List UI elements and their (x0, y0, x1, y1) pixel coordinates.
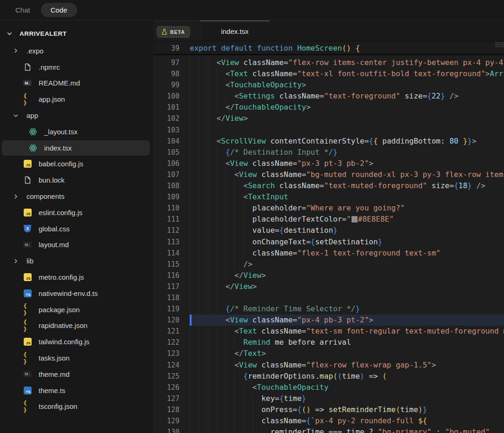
file-label: tailwind.config.js (39, 338, 89, 346)
file-label: .expo (27, 47, 44, 55)
sidebar-item-tasks-json[interactable]: { }tasks.json (0, 350, 153, 366)
code-text: <Text className="text-sm font-regular te… (153, 326, 504, 337)
token: { (306, 416, 311, 425)
sidebar-item-components[interactable]: components (0, 188, 153, 204)
token: placeholderTextColor (252, 215, 342, 223)
sidebar-item-readme-md[interactable]: M↓README.md (0, 75, 153, 92)
code-line-123[interactable]: 123 </Text> (153, 348, 504, 359)
token: = (306, 237, 311, 246)
code-line-109[interactable]: 109 <TextInput (153, 191, 504, 203)
chevron-down-icon (7, 31, 13, 37)
token: > (431, 361, 436, 369)
sticky-scope-line[interactable]: 39export default function HomeScreen() { (153, 41, 504, 55)
editor-tab-index-tsx[interactable]: index.tsx (200, 20, 270, 41)
code-text: <ScrollView contentContainerStyle={{ pad… (153, 136, 504, 147)
sidebar-item-bun-lock[interactable]: bun.lock (0, 172, 153, 188)
sidebar-item-package-json[interactable]: { }package.json (0, 302, 153, 318)
code-line-120[interactable]: 120 <View className="px-4 pb-3 pt-2"> (153, 315, 504, 326)
token: = (293, 249, 298, 257)
sidebar-item-theme-ts[interactable]: TStheme.ts (0, 382, 153, 399)
token: "px-3 pt-3 pb-2" (297, 159, 369, 168)
code-line-122[interactable]: 122 Remind me before arrival (153, 337, 504, 348)
javascript-icon: JS (23, 273, 32, 282)
code-line-130[interactable]: 130 reminderTime === time ? "bg-primary"… (153, 426, 504, 433)
token: ArriveAlert (490, 69, 504, 78)
code-line-125[interactable]: 125 {reminderOptions.map((time) => ( (153, 371, 504, 382)
code-line-124[interactable]: 124 <View className="flex-row flex-wrap … (153, 360, 504, 371)
tab-code[interactable]: Code (41, 3, 77, 17)
token: "flex-row items-center justify-between p… (288, 58, 504, 67)
sidebar-item-nativewind-env-d-ts[interactable]: TSnativewind-env.d.ts (0, 285, 153, 302)
code-line-102[interactable]: 102 </View> (153, 113, 504, 124)
sidebar-item-index-tsx[interactable]: index.tsx (0, 140, 153, 156)
code-text: onPress={() => setReminderTime(time)} (153, 404, 504, 415)
code-line-108[interactable]: 108 <Search className="text-muted-foregr… (153, 180, 504, 191)
vertical-scrollbar-thumb[interactable] (495, 42, 504, 48)
token: "text-xl font-outfit-bold text-foregroun… (297, 69, 485, 78)
token: "Where are you going?" (306, 203, 405, 212)
sidebar-item--layout-tsx[interactable]: _layout.tsx (0, 124, 153, 140)
code-line-127[interactable]: 127 key={time} (153, 393, 504, 404)
chevron-down-icon (13, 113, 19, 118)
code-line-129[interactable]: 129 className={`px-4 py-2 rounded-full $… (153, 415, 504, 426)
token: `px-4 py-2 rounded-full (311, 416, 418, 425)
sidebar-item--expo[interactable]: .expo (0, 43, 153, 59)
sidebar-item-tsconfig-json[interactable]: { }tsconfig.json (0, 399, 153, 415)
code-text: </Text> (153, 348, 504, 359)
sidebar-item-metro-config-js[interactable]: JSmetro.config.js (0, 269, 153, 285)
tab-chat[interactable]: Chat (15, 6, 30, 14)
code-line-110[interactable]: 110 placeholder="Where are you going?" (153, 203, 504, 214)
code-line-113[interactable]: 113 onChangeText={setDestination} (153, 236, 504, 248)
javascript-icon: JS (23, 160, 32, 168)
code-line-112[interactable]: 112 value={destination} (153, 225, 504, 236)
code-line-117[interactable]: 117 </View> (153, 281, 504, 292)
javascript-icon: JS (23, 338, 32, 346)
code-line-100[interactable]: 100 <Settings className="text-foreground… (153, 91, 504, 102)
token: > (369, 315, 373, 324)
code-line-106[interactable]: 106 <View className="px-3 pt-3 pb-2"> (153, 158, 504, 169)
file-label: nativewind-env.d.ts (39, 289, 98, 297)
code-text: {reminderOptions.map((time) => ( (153, 371, 504, 382)
project-header[interactable]: ARRIVEALERT (0, 26, 153, 41)
code-line-98[interactable]: 98 <Text className="text-xl font-outfit-… (153, 68, 504, 79)
code-line-104[interactable]: 104 <ScrollView contentContainerStyle={{… (153, 136, 504, 147)
code-line-107[interactable]: 107 <View className="bg-muted rounded-xl… (153, 169, 504, 180)
code-line-118[interactable]: 118 (153, 292, 504, 303)
code-line-103[interactable]: 103 (153, 125, 504, 136)
sidebar-item-app-json[interactable]: { }app.json (0, 91, 153, 107)
project-name: ARRIVEALERT (20, 30, 67, 37)
token: } (423, 405, 427, 414)
code-line-128[interactable]: 128 onPress={() => setReminderTime(time)… (153, 404, 504, 415)
sidebar-item-theme-md[interactable]: M↓theme.md (0, 366, 153, 382)
token (351, 44, 356, 52)
token: className (257, 361, 302, 369)
code-line-116[interactable]: 116 </View> (153, 270, 504, 281)
code-line-119[interactable]: 119 {/* Reminder Time Selector */} (153, 303, 504, 315)
sidebar-item-rapidnative-json[interactable]: { }rapidnative.json (0, 318, 153, 334)
code-text (153, 292, 504, 303)
token: /* Reminder Time Selector */ (230, 304, 356, 313)
sidebar-item-app[interactable]: app (0, 107, 153, 124)
token: = (365, 137, 369, 145)
sidebar-item-lib[interactable]: lib (0, 253, 153, 269)
sidebar-item-tailwind-config-js[interactable]: JStailwind.config.js (0, 334, 153, 350)
sidebar-item-eslint-config-js[interactable]: JSeslint.config.js (0, 204, 153, 221)
token: ( (338, 372, 342, 381)
code-line-99[interactable]: 99 <TouchableOpacity> (153, 79, 504, 91)
code-line-121[interactable]: 121 <Text className="text-sm font-regula… (153, 326, 504, 337)
token: size (400, 92, 423, 100)
code-line-97[interactable]: 97 <View className="flex-row items-cente… (153, 57, 504, 68)
sidebar-item--npmrc[interactable]: .npmrc (0, 59, 153, 75)
sidebar-item-babel-config-js[interactable]: JSbabel.config.js (0, 156, 153, 172)
token: className (257, 327, 302, 335)
code-line-105[interactable]: 105 {/* Destination Input */} (153, 147, 504, 158)
sidebar-item-layout-md[interactable]: M↓layout.md (0, 237, 153, 253)
code-line-111[interactable]: 111 placeholderTextColor="#8E8E8E" (153, 214, 504, 225)
file-label: README.md (39, 79, 80, 87)
code-line-114[interactable]: 114 className="flex-1 text-foreground te… (153, 248, 504, 259)
sidebar-item-global-css[interactable]: 3global.css (0, 221, 153, 237)
code-line-126[interactable]: 126 <TouchableOpacity (153, 382, 504, 393)
token: } (333, 148, 338, 157)
code-line-115[interactable]: 115 /> (153, 259, 504, 270)
code-line-101[interactable]: 101 </TouchableOpacity> (153, 102, 504, 113)
